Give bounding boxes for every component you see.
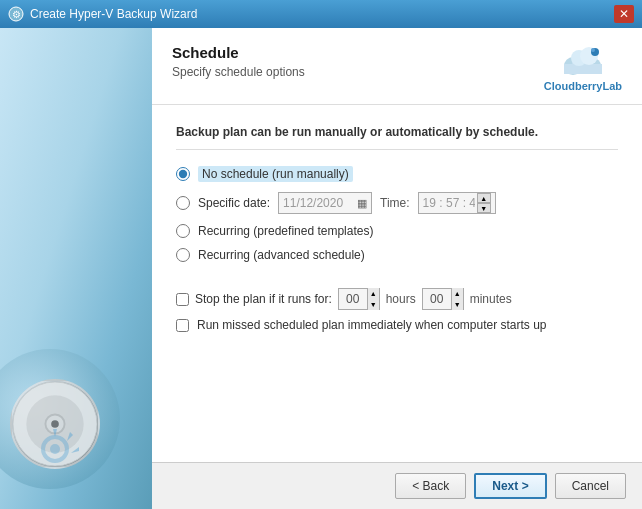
recurring-advanced-row: Recurring (advanced schedule): [176, 248, 618, 262]
hours-spinner: ▲ ▼: [367, 288, 379, 310]
stop-plan-row: Stop the plan if it runs for: ▲ ▼ hours …: [176, 288, 618, 310]
recurring-advanced-label[interactable]: Recurring (advanced schedule): [198, 248, 365, 262]
no-schedule-radio[interactable]: [176, 167, 190, 181]
title-bar-left: ⚙ Create Hyper-V Backup Wizard: [8, 6, 197, 22]
page-header: Schedule Specify schedule options Cloudb…: [152, 28, 642, 105]
minutes-up-button[interactable]: ▲: [452, 288, 463, 299]
calendar-icon[interactable]: ▦: [357, 197, 367, 210]
form-area: Backup plan can be run manually or autom…: [152, 105, 642, 462]
date-input-wrapper: ▦: [278, 192, 372, 214]
page-subtitle: Specify schedule options: [172, 65, 305, 79]
hours-up-button[interactable]: ▲: [368, 288, 379, 299]
close-button[interactable]: ✕: [614, 5, 634, 23]
sidebar: [0, 28, 152, 509]
title-bar-title: Create Hyper-V Backup Wizard: [30, 7, 197, 21]
main-container: Schedule Specify schedule options Cloudb…: [0, 28, 642, 509]
hours-down-button[interactable]: ▼: [368, 299, 379, 310]
minutes-input-wrapper: ▲ ▼: [422, 288, 464, 310]
logo-area: CloudberryLab: [544, 44, 622, 92]
time-input[interactable]: [423, 196, 475, 210]
minutes-spinner: ▲ ▼: [451, 288, 463, 310]
content-panel: Schedule Specify schedule options Cloudb…: [152, 28, 642, 509]
time-spinner: ▲ ▼: [477, 193, 491, 213]
date-input[interactable]: [283, 196, 353, 210]
checkbox-group: Stop the plan if it runs for: ▲ ▼ hours …: [176, 278, 618, 332]
specific-date-radio[interactable]: [176, 196, 190, 210]
hours-input[interactable]: [339, 292, 367, 306]
time-label: Time:: [380, 196, 410, 210]
minutes-down-button[interactable]: ▼: [452, 299, 463, 310]
back-button[interactable]: < Back: [395, 473, 466, 499]
specific-date-label[interactable]: Specific date:: [198, 196, 270, 210]
svg-text:⚙: ⚙: [12, 9, 21, 20]
recurring-predefined-label[interactable]: Recurring (predefined templates): [198, 224, 373, 238]
recurring-advanced-radio[interactable]: [176, 248, 190, 262]
page-title: Schedule: [172, 44, 305, 61]
time-up-button[interactable]: ▲: [477, 193, 491, 203]
svg-rect-11: [564, 64, 602, 74]
stop-plan-checkbox[interactable]: [176, 293, 189, 306]
recurring-predefined-radio[interactable]: [176, 224, 190, 238]
minutes-input[interactable]: [423, 292, 451, 306]
minutes-label: minutes: [470, 292, 512, 306]
next-button[interactable]: Next >: [474, 473, 546, 499]
hours-input-wrapper: ▲ ▼: [338, 288, 380, 310]
logo-text: CloudberryLab: [544, 80, 622, 92]
footer: < Back Next > Cancel: [152, 462, 642, 509]
cloudberry-logo-icon: [559, 44, 607, 76]
no-schedule-label[interactable]: No schedule (run manually): [198, 166, 353, 182]
info-text: Backup plan can be run manually or autom…: [176, 125, 618, 150]
cancel-button[interactable]: Cancel: [555, 473, 626, 499]
title-bar: ⚙ Create Hyper-V Backup Wizard ✕: [0, 0, 642, 28]
missed-plan-row: Run missed scheduled plan immediately wh…: [176, 318, 618, 332]
missed-plan-checkbox[interactable]: [176, 319, 189, 332]
wizard-icon: ⚙: [8, 6, 24, 22]
stop-plan-label1: Stop the plan if it runs for:: [195, 292, 332, 306]
time-down-button[interactable]: ▼: [477, 203, 491, 213]
svg-point-15: [591, 48, 595, 52]
recurring-predefined-row: Recurring (predefined templates): [176, 224, 618, 238]
header-text: Schedule Specify schedule options: [172, 44, 305, 79]
svg-point-7: [50, 444, 60, 454]
schedule-options: No schedule (run manually) Specific date…: [176, 166, 618, 262]
no-schedule-row: No schedule (run manually): [176, 166, 618, 182]
gear-icon: [25, 419, 85, 479]
time-input-wrapper: ▲ ▼: [418, 192, 496, 214]
hours-label: hours: [386, 292, 416, 306]
specific-date-row: Specific date: ▦ Time: ▲ ▼: [176, 192, 618, 214]
missed-plan-label: Run missed scheduled plan immediately wh…: [197, 318, 547, 332]
